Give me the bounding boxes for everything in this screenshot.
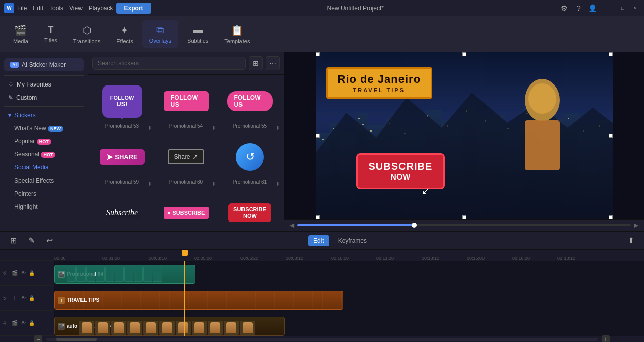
- sticker-promotional-55[interactable]: FOLLOW US Promotional 55 ⬇: [218, 77, 282, 133]
- minimize-button[interactable]: −: [606, 3, 616, 13]
- menu-file[interactable]: File: [17, 5, 27, 12]
- sticker-promotional-64[interactable]: SUBSCRIBE NOW Promotional 64 ⬇: [218, 189, 282, 231]
- favorites-item[interactable]: ♡ My Favorites: [2, 78, 86, 91]
- clip-promotional-64[interactable]: 🎬 Promotional 64: [54, 265, 195, 284]
- progress-thumb[interactable]: [412, 223, 417, 228]
- export-button[interactable]: Export: [116, 3, 151, 14]
- toolbar-effects[interactable]: ✦ Effects: [109, 20, 140, 48]
- sticker-promotional-61[interactable]: ↺ Promotional 61 ⬇: [218, 133, 282, 189]
- more-options-button[interactable]: ⋯: [266, 56, 280, 70]
- sticker-label-61: Promotional 61: [233, 179, 267, 185]
- toolbar-templates[interactable]: 📋 Templates: [217, 20, 257, 48]
- download-icon-54[interactable]: ⬇: [212, 125, 216, 131]
- menu-playback[interactable]: Playback: [89, 5, 113, 12]
- track-eye-icon-5[interactable]: 👁: [20, 295, 27, 302]
- sticker-visual-59: ➤ SHARE: [100, 149, 145, 165]
- track-eye-icon-6[interactable]: 👁: [20, 270, 27, 277]
- sticker-promotional-62[interactable]: Subscribe Promotional 62 ⬇: [90, 189, 154, 231]
- menu-tools[interactable]: Tools: [49, 5, 63, 12]
- track-label-5[interactable]: 5 T 👁 🔒: [0, 286, 54, 311]
- stickers-section-header[interactable]: ▾ Stickers: [2, 109, 86, 122]
- track-eye-icon-4[interactable]: 👁: [20, 320, 27, 327]
- grid-view-button[interactable]: ⊞: [249, 56, 263, 70]
- toolbar-overlays[interactable]: ⧉ Overlays: [142, 20, 178, 48]
- zoom-controls: −: [30, 335, 46, 343]
- scroll-track[interactable]: [46, 338, 598, 341]
- ruler-mark-6: 00:10:00: [331, 255, 349, 261]
- track-type-icon-4: 🎬: [11, 320, 18, 327]
- sticker-promotional-54[interactable]: FOLLOW US Promotional 54 ⬇: [154, 77, 218, 133]
- help-icon[interactable]: ?: [574, 3, 584, 13]
- toolbar-titles[interactable]: T Titles: [37, 21, 64, 47]
- custom-label: Custom: [16, 94, 37, 101]
- special-effects-label: Special Effects: [14, 177, 54, 184]
- zoom-out-button[interactable]: −: [34, 335, 42, 343]
- clip-auto-cutout[interactable]: 🎬 auto cutout sample: [54, 317, 285, 336]
- sticker-thumb-63: ●SUBSCRIBE: [164, 193, 209, 231]
- undo-button[interactable]: ↩: [42, 234, 56, 248]
- ai-sticker-maker-button[interactable]: AI AI Sticker Maker: [4, 58, 84, 71]
- sub-thumb-10: [153, 267, 162, 282]
- sticker-thumb-54: FOLLOW US: [164, 81, 209, 121]
- svg-rect-18: [318, 137, 320, 138]
- sidebar-item-social-media[interactable]: Social Media: [6, 161, 88, 174]
- sticker-promotional-59[interactable]: ➤ SHARE Promotional 59 ⬇: [90, 133, 154, 189]
- custom-item[interactable]: ✎ Custom: [2, 91, 86, 104]
- clip-pattern-5: [55, 291, 343, 309]
- sticker-promotional-53[interactable]: FOLLOW US! Promotional 53 ⬇: [90, 77, 154, 133]
- export-timeline-button[interactable]: ⬆: [624, 234, 638, 248]
- sub-thumb-2: [76, 267, 86, 282]
- title-overlay: Rio de Janeiro TRAVEL TIPS: [326, 67, 433, 99]
- download-icon-59[interactable]: ⬇: [148, 181, 152, 187]
- sidebar-item-popular[interactable]: Popular HOT: [6, 135, 88, 148]
- track-icons-5: T 👁 🔒: [11, 295, 35, 302]
- subscribe-main-text: SUBSCRIBE: [369, 161, 433, 173]
- add-track-button[interactable]: ⊞: [6, 234, 20, 248]
- menu-view[interactable]: View: [69, 5, 83, 12]
- toolbar-media[interactable]: 🎬 Media: [6, 20, 35, 48]
- subscribe-overlay[interactable]: SUBSCRIBE NOW: [356, 153, 445, 189]
- track-label-4[interactable]: 4 🎬 👁 🔒: [0, 311, 54, 336]
- playhead-top: [182, 250, 188, 256]
- media-label: Media: [13, 38, 28, 44]
- titlebar-right: ⚙ ? 👤 − □ ×: [559, 3, 640, 13]
- sticker-promotional-63[interactable]: ●SUBSCRIBE Promotional 63 ⬇: [154, 189, 218, 231]
- settings-icon[interactable]: ⚙: [559, 3, 570, 13]
- effects-label: Effects: [116, 38, 133, 44]
- zoom-in-timeline-button[interactable]: +: [602, 335, 610, 343]
- playhead[interactable]: [184, 261, 185, 336]
- menu-edit[interactable]: Edit: [33, 5, 43, 12]
- download-icon-60[interactable]: ⬇: [212, 181, 216, 187]
- track-lock-icon-6[interactable]: 🔒: [28, 270, 35, 277]
- toolbar-subtitles[interactable]: ▬ Subtitles: [180, 20, 215, 48]
- progress-bar[interactable]: [297, 224, 631, 226]
- sticker-promotional-60[interactable]: Share ↗ Promotional 60 ⬇: [154, 133, 218, 189]
- sub-thumb-3: [86, 267, 95, 282]
- search-input[interactable]: [92, 57, 246, 70]
- sidebar-item-whats-new[interactable]: What's New NEW: [6, 122, 88, 135]
- sidebar-item-special-effects[interactable]: Special Effects: [6, 174, 88, 187]
- close-button[interactable]: ×: [630, 3, 640, 13]
- track-lock-icon-4[interactable]: 🔒: [28, 320, 35, 327]
- download-icon-53[interactable]: ⬇: [148, 125, 152, 131]
- restore-button[interactable]: □: [618, 3, 628, 13]
- thumb-4-4: [127, 321, 142, 335]
- sidebar-item-highlight[interactable]: Highlight: [6, 200, 88, 213]
- track-label-6[interactable]: 6 🎬 👁 🔒: [0, 261, 54, 286]
- clip-travel-tips[interactable]: T TRAVEL TIPS: [54, 291, 343, 310]
- svg-rect-33: [568, 118, 569, 119]
- download-icon-55[interactable]: ⬇: [276, 125, 280, 131]
- user-icon[interactable]: 👤: [588, 3, 598, 13]
- track-lock-icon-5[interactable]: 🔒: [28, 295, 35, 302]
- razor-tool-button[interactable]: ✎: [24, 234, 38, 248]
- scroll-thumb[interactable]: [56, 338, 97, 341]
- toolbar-transitions[interactable]: ⬡ Transitions: [66, 20, 107, 48]
- timeline-end-icon: ▶|: [634, 222, 640, 229]
- edit-tab[interactable]: Edit: [308, 235, 329, 246]
- clip-thumbs-4: [67, 319, 283, 336]
- keyframes-tab[interactable]: Keyframes: [333, 235, 372, 246]
- download-icon-61[interactable]: ⬇: [276, 181, 280, 187]
- ruler-mark-9: 00:15:00: [467, 255, 485, 261]
- sidebar-item-seasonal[interactable]: Seasonal HOT: [6, 148, 88, 161]
- sidebar-item-pointers[interactable]: Pointers: [6, 187, 88, 200]
